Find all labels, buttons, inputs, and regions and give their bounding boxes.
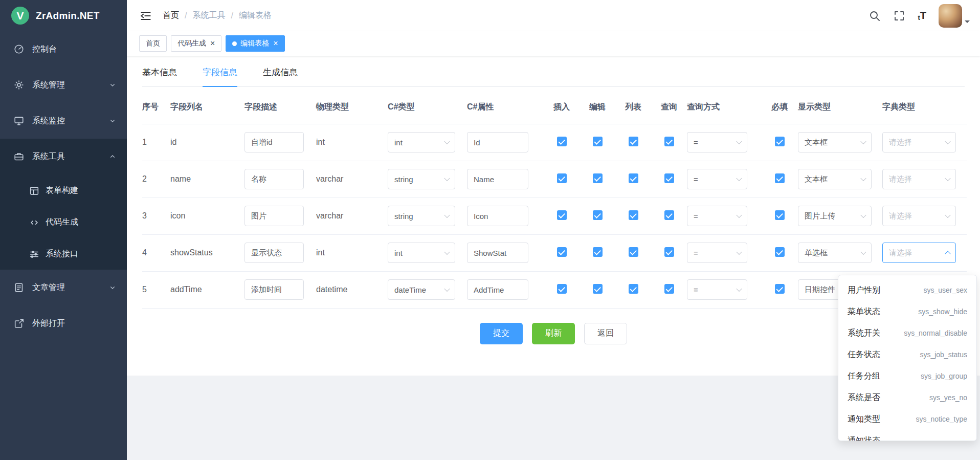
breadcrumb: 首页 / 系统工具 / 编辑表格 [163, 10, 272, 21]
user-menu[interactable] [939, 4, 970, 28]
table-row: 1 id int int = 文本框 请选择 [142, 124, 967, 161]
insert-checkbox[interactable] [557, 247, 567, 257]
tab-generate-info[interactable]: 生成信息 [263, 67, 298, 86]
table-row: 2 name varchar string = 文本框 请选择 [142, 161, 967, 198]
list-checkbox[interactable] [629, 173, 638, 183]
avatar[interactable] [939, 4, 962, 28]
sidebar-item-label: 系统监控 [32, 116, 108, 126]
tab-basic-info[interactable]: 基本信息 [142, 67, 177, 86]
csharp-type-select[interactable]: string [388, 206, 455, 226]
dict-type-select[interactable]: 请选择 [882, 206, 956, 226]
csharp-property-input[interactable] [467, 206, 528, 226]
breadcrumb-system-tools[interactable]: 系统工具 [192, 10, 225, 21]
dict-type-select-open[interactable]: 请选择 [882, 243, 956, 263]
dict-option-notice-status[interactable]: 通知状态 [838, 430, 976, 441]
dict-option-notice-type[interactable]: 通知类型 sys_notice_type [838, 408, 976, 430]
back-button[interactable]: 返回 [584, 323, 627, 344]
edit-checkbox[interactable] [593, 210, 603, 220]
required-checkbox[interactable] [775, 137, 785, 146]
query-checkbox[interactable] [664, 137, 674, 146]
sidebar-item-article-management[interactable]: 文章管理 [0, 270, 127, 305]
display-type-select[interactable]: 单选框 [798, 243, 872, 263]
close-icon[interactable]: × [273, 39, 278, 48]
dict-option-label: 任务分组 [848, 371, 880, 382]
table-header-row: 序号 字段列名 字段描述 物理类型 C#类型 C#属性 插入 编辑 列表 查询 … [142, 91, 967, 124]
query-checkbox[interactable] [664, 284, 674, 294]
required-checkbox[interactable] [775, 173, 785, 183]
table-row: 4 showStatus int int = 单选框 请选择 [142, 234, 967, 271]
query-mode-select[interactable]: = [687, 132, 747, 152]
row-index: 1 [142, 124, 170, 161]
edit-checkbox[interactable] [593, 137, 603, 146]
description-input[interactable] [244, 243, 304, 263]
dict-option-yes-no[interactable]: 系统是否 sys_yes_no [838, 387, 976, 408]
dict-type-select[interactable]: 请选择 [882, 132, 956, 152]
list-checkbox[interactable] [629, 137, 638, 146]
required-checkbox[interactable] [775, 210, 785, 220]
dict-option-normal-disable[interactable]: 系统开关 sys_normal_disable [838, 322, 976, 344]
csharp-property-input[interactable] [467, 169, 528, 189]
sidebar-item-system-monitor[interactable]: 系统监控 [0, 103, 127, 139]
description-input[interactable] [244, 132, 304, 152]
font-size-icon[interactable]: tT [918, 10, 926, 21]
close-icon[interactable]: × [210, 39, 215, 48]
insert-checkbox[interactable] [557, 173, 567, 183]
csharp-type-select[interactable]: dateTime [388, 279, 455, 300]
sidebar-item-system-tools[interactable]: 系统工具 [0, 139, 127, 174]
description-input[interactable] [244, 169, 304, 189]
dict-option-user-sex[interactable]: 用户性别 sys_user_sex [838, 279, 976, 301]
dict-option-job-group[interactable]: 任务分组 sys_job_group [838, 365, 976, 387]
insert-checkbox[interactable] [557, 210, 567, 220]
description-input[interactable] [244, 279, 304, 300]
tag-home[interactable]: 首页 [139, 35, 167, 52]
edit-checkbox[interactable] [593, 247, 603, 257]
list-checkbox[interactable] [629, 247, 638, 257]
sidebar-item-code-generator[interactable]: 代码生成 [0, 206, 127, 238]
description-input[interactable] [244, 206, 304, 226]
query-mode-select[interactable]: = [687, 206, 747, 226]
breadcrumb-home[interactable]: 首页 [163, 10, 179, 21]
query-mode-select[interactable]: = [687, 279, 747, 300]
sidebar-item-form-builder[interactable]: 表单构建 [0, 174, 127, 206]
app-logo[interactable]: V ZrAdmin.NET [0, 0, 127, 31]
fullscreen-icon[interactable] [893, 10, 905, 22]
sidebar-item-dashboard[interactable]: 控制台 [0, 31, 127, 67]
csharp-type-select[interactable]: int [388, 243, 455, 263]
dict-option-job-status[interactable]: 任务状态 sys_job_status [838, 344, 976, 365]
csharp-property-input[interactable] [467, 132, 528, 152]
logo-icon: V [11, 7, 29, 25]
query-checkbox[interactable] [664, 173, 674, 183]
edit-checkbox[interactable] [593, 284, 603, 294]
csharp-property-input[interactable] [467, 243, 528, 263]
sidebar-item-external-link[interactable]: 外部打开 [0, 305, 127, 341]
display-type-select[interactable]: 文本框 [798, 132, 872, 152]
dict-type-select[interactable]: 请选择 [882, 169, 956, 189]
sidebar-item-system-api[interactable]: 系统接口 [0, 238, 127, 270]
list-checkbox[interactable] [629, 284, 638, 294]
required-checkbox[interactable] [775, 284, 785, 294]
display-type-select[interactable]: 文本框 [798, 169, 872, 189]
required-checkbox[interactable] [775, 247, 785, 257]
tab-field-info[interactable]: 字段信息 [203, 67, 237, 86]
refresh-button[interactable]: 刷新 [532, 323, 575, 344]
query-mode-select[interactable]: = [687, 169, 747, 189]
query-mode-select[interactable]: = [687, 243, 747, 263]
edit-checkbox[interactable] [593, 173, 603, 183]
display-type-select[interactable]: 图片上传 [798, 206, 872, 226]
sidebar-collapse-button[interactable] [139, 9, 152, 23]
csharp-type-select[interactable]: int [388, 132, 455, 152]
submit-button[interactable]: 提交 [480, 323, 523, 344]
insert-checkbox[interactable] [557, 284, 567, 294]
col-header-index: 序号 [142, 91, 170, 124]
dict-option-show-hide[interactable]: 菜单状态 sys_show_hide [838, 301, 976, 322]
query-checkbox[interactable] [664, 210, 674, 220]
tag-edit-table[interactable]: 编辑表格 × [226, 35, 284, 52]
tag-code-generator[interactable]: 代码生成 × [171, 35, 221, 52]
list-checkbox[interactable] [629, 210, 638, 220]
csharp-type-select[interactable]: string [388, 169, 455, 189]
csharp-property-input[interactable] [467, 279, 528, 300]
search-icon[interactable] [868, 10, 881, 22]
insert-checkbox[interactable] [557, 137, 567, 146]
sidebar-item-system-management[interactable]: 系统管理 [0, 67, 127, 103]
query-checkbox[interactable] [664, 247, 674, 257]
